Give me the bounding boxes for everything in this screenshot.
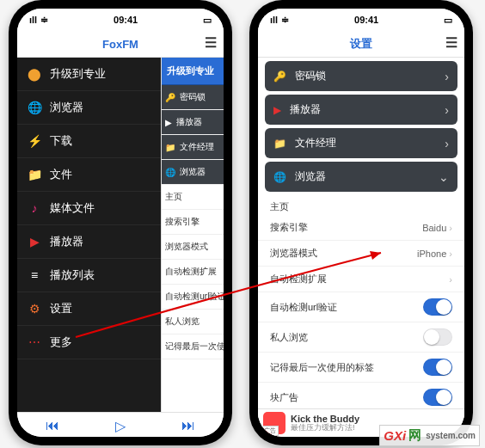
hamburger-icon[interactable]: ☰ — [445, 34, 457, 51]
page-title: 设置 — [350, 36, 372, 52]
sidebar-item-label: 下载 — [50, 133, 72, 149]
setting-label: 搜索引擎 — [270, 221, 308, 234]
prev-track-icon[interactable]: ⏮ — [46, 418, 59, 433]
sidebar-item-8[interactable]: ⋯更多 — [17, 326, 161, 359]
sidebar-item-icon: ⚙ — [28, 302, 41, 316]
chevron-icon: ⌄ — [439, 170, 449, 184]
card-icon: 🔑 — [273, 71, 286, 83]
app-title: FoxFM — [102, 38, 138, 51]
panel-row-3[interactable]: 🌐浏览器 — [162, 160, 224, 185]
upgrade-pill[interactable]: 升级到专业 — [162, 58, 224, 85]
setting-row-1[interactable]: 浏览器模式iPhone › — [258, 241, 464, 267]
setting-row-2[interactable]: 自动检测扩展› — [258, 267, 464, 292]
status-time: 09:41 — [114, 15, 138, 25]
settings-slideout: 升级到专业 🔑密码锁▶播放器📁文件经理🌐浏览器 主页搜索引擎浏览器模式自动检测扩… — [161, 58, 224, 412]
panel-sub-6[interactable]: 记得最后一次使 — [162, 334, 224, 359]
phone-right: ıll ≑ 09:41 ▭ 设置 ☰ 🔑密码锁›▶播放器›📁文件经理›🌐浏览器⌄… — [249, 0, 473, 445]
card-label: 密码锁 — [295, 69, 326, 83]
next-track-icon[interactable]: ⏭ — [181, 418, 195, 433]
ad-banner[interactable]: 广告 Kick the Buddy 最佳压力缓解方法! — [258, 408, 464, 419]
signal-icon: ıll — [29, 15, 37, 25]
sidebar-item-icon: ⚡ — [28, 134, 41, 148]
setting-value: iPhone › — [417, 249, 452, 259]
sidebar-item-icon: ♪ — [28, 201, 41, 215]
setting-row-5[interactable]: 记得最后一次使用的标签 — [258, 353, 464, 383]
sidebar-item-icon: ≡ — [28, 268, 41, 282]
card-icon: 📁 — [273, 138, 286, 150]
setting-label: 自动检测url验证 — [270, 301, 337, 314]
chevron-icon: › — [445, 137, 449, 150]
sidebar-item-0[interactable]: ⬤升级到专业 — [17, 58, 161, 91]
panel-sub-0[interactable]: 主页 — [162, 185, 224, 210]
setting-row-4[interactable]: 私人浏览 — [258, 322, 464, 353]
panel-sub-3[interactable]: 自动检测扩展 — [162, 260, 224, 285]
nav-bar-left: FoxFM ☰ — [17, 31, 224, 58]
sidebar-item-label: 浏览器 — [50, 100, 83, 115]
setting-value: Baidu › — [422, 223, 452, 233]
signal-icon: ıll — [270, 15, 278, 25]
panel-sub-4[interactable]: 自动检测url验证 — [162, 285, 224, 310]
panel-sub-2[interactable]: 浏览器模式 — [162, 235, 224, 260]
panel-row-1[interactable]: ▶播放器 — [162, 110, 224, 135]
chevron-right-icon: › — [449, 223, 452, 233]
chevron-right-icon: › — [449, 274, 452, 285]
sidebar-item-icon: ▶ — [28, 235, 41, 249]
setting-row-3[interactable]: 自动检测url验证 — [258, 292, 464, 322]
sidebar-item-icon: 🌐 — [28, 101, 41, 114]
sidebar-item-label: 播放器 — [50, 234, 83, 249]
panel-row-label: 浏览器 — [180, 166, 206, 178]
panel-sub-1[interactable]: 搜索引擎 — [162, 210, 224, 235]
battery-icon: ▭ — [444, 15, 452, 26]
setting-label: 浏览器模式 — [270, 247, 317, 260]
setting-row-0[interactable]: 搜索引擎Baidu › — [258, 215, 464, 241]
panel-row-icon: 📁 — [165, 143, 175, 152]
setting-label: 私人浏览 — [270, 331, 308, 344]
sidebar-item-7[interactable]: ⚙设置 — [17, 292, 161, 326]
hamburger-icon[interactable]: ☰ — [205, 34, 217, 51]
section-head-homepage: 主页 — [258, 195, 464, 215]
status-bar: ıll ≑ 09:41 ▭ — [258, 9, 464, 31]
panel-row-icon: 🌐 — [165, 168, 175, 177]
toggle-switch[interactable] — [423, 359, 452, 376]
panel-row-icon: ▶ — [165, 118, 172, 127]
card-label: 浏览器 — [295, 169, 326, 184]
sidebar: ⬤升级到专业🌐浏览器⚡下载📁文件♪媒体文件▶播放器≡播放列表⚙设置⋯更多 — [17, 58, 161, 412]
sidebar-item-6[interactable]: ≡播放列表 — [17, 259, 161, 292]
ad-title: Kick the Buddy — [291, 414, 359, 419]
setting-label: 块广告 — [270, 391, 298, 404]
chevron-icon: › — [445, 70, 449, 83]
sidebar-item-label: 播放列表 — [50, 267, 95, 283]
toggle-switch[interactable] — [423, 298, 452, 316]
card-row-2[interactable]: 📁文件经理› — [265, 128, 457, 158]
sidebar-item-label: 升级到专业 — [50, 66, 106, 82]
sidebar-item-4[interactable]: ♪媒体文件 — [17, 192, 161, 225]
panel-row-0[interactable]: 🔑密码锁 — [162, 85, 224, 110]
sidebar-item-2[interactable]: ⚡下载 — [17, 125, 161, 158]
sidebar-item-5[interactable]: ▶播放器 — [17, 225, 161, 259]
play-icon[interactable]: ▷ — [115, 418, 126, 434]
sidebar-item-label: 设置 — [50, 301, 72, 316]
toggle-switch[interactable] — [423, 328, 452, 346]
toggle-switch[interactable] — [423, 389, 452, 406]
panel-row-2[interactable]: 📁文件经理 — [162, 135, 224, 160]
card-row-3[interactable]: 🌐浏览器⌄ — [265, 162, 457, 192]
ad-thumb-icon — [263, 412, 285, 419]
sidebar-item-label: 更多 — [50, 334, 72, 350]
nav-bar-right: 设置 ☰ — [258, 31, 464, 58]
panel-row-label: 文件经理 — [180, 141, 214, 153]
wifi-icon: ≑ — [281, 15, 289, 26]
sidebar-item-3[interactable]: 📁文件 — [17, 158, 161, 192]
card-row-0[interactable]: 🔑密码锁› — [265, 61, 457, 91]
wifi-icon: ≑ — [40, 15, 48, 26]
phone-left: ıll ≑ 09:41 ▭ FoxFM ☰ ⬤升级到专业🌐浏览器⚡下载📁文件♪媒… — [9, 0, 232, 445]
card-row-1[interactable]: ▶播放器› — [265, 95, 457, 125]
sidebar-item-icon: ⬤ — [28, 67, 41, 81]
setting-label: 自动检测扩展 — [270, 273, 327, 285]
panel-sub-5[interactable]: 私人浏览 — [162, 310, 224, 334]
watermark: GXi网 system.com — [379, 425, 480, 446]
sidebar-item-1[interactable]: 🌐浏览器 — [17, 91, 161, 125]
setting-label: 记得最后一次使用的标签 — [270, 361, 374, 374]
sidebar-item-label: 媒体文件 — [50, 200, 95, 216]
sidebar-item-icon: 📁 — [28, 168, 41, 181]
card-label: 播放器 — [290, 102, 321, 117]
